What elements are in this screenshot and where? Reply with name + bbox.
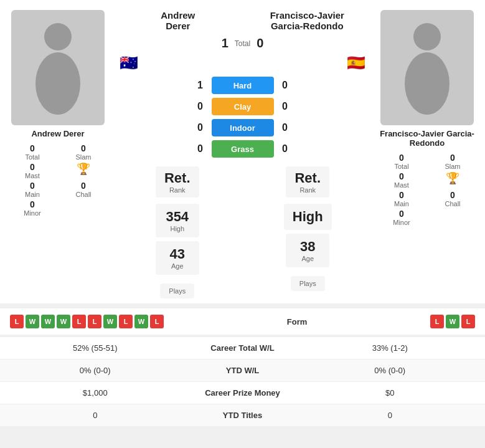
left-plays-box: Plays bbox=[160, 284, 194, 298]
stats-left-value: 0% (0-0) bbox=[10, 366, 181, 375]
svg-point-3 bbox=[405, 52, 450, 115]
right-minor: 0 Minor bbox=[379, 209, 424, 226]
stats-row: 52% (55-51)Career Total W/L33% (1-2) bbox=[0, 337, 485, 360]
stats-left-value: $1,000 bbox=[10, 388, 181, 398]
clay-row: 0 Clay 0 bbox=[113, 98, 372, 115]
left-name-center: Andrew Derer bbox=[113, 10, 243, 31]
right-chall: 0 Chall bbox=[430, 190, 475, 207]
right-rank-box: Ret. Rank bbox=[286, 166, 329, 198]
stats-right-value: $0 bbox=[305, 388, 476, 398]
flags-row: 🇦🇺 🇪🇸 bbox=[113, 54, 372, 72]
indoor-badge: Indoor bbox=[212, 119, 274, 136]
grass-badge: Grass bbox=[212, 140, 274, 158]
names-row: Andrew Derer Francisco-Javier Garcia-Red… bbox=[113, 10, 372, 31]
form-badge-left: L bbox=[88, 315, 101, 328]
right-player-avatar bbox=[380, 10, 474, 125]
left-high-box: 354 High bbox=[156, 204, 199, 237]
left-minor: 0 Minor bbox=[10, 199, 55, 217]
form-badge-left: W bbox=[26, 315, 39, 328]
stats-center-label: YTD W/L bbox=[181, 366, 305, 375]
stats-row: 0% (0-0)YTD W/L0% (0-0) bbox=[0, 360, 485, 382]
left-age-box: 43 Age bbox=[156, 241, 199, 275]
left-trophy-icon: 🏆 bbox=[61, 162, 106, 179]
form-badge-left: W bbox=[41, 315, 55, 328]
form-badge-left: L bbox=[150, 315, 164, 328]
top-section: Andrew Derer 0 Total 0 Slam 0 Mast 🏆 0 M… bbox=[0, 0, 485, 303]
right-player-stats: 0 Total 0 Slam 0 Mast 🏆 0 Main 0 Chall bbox=[374, 153, 480, 226]
right-player-card: Francisco-Javier Garcia-Redondo 0 Total … bbox=[374, 10, 480, 226]
stats-right-value: 0% (0-0) bbox=[305, 366, 476, 375]
svg-point-0 bbox=[44, 23, 72, 50]
form-badge-right: W bbox=[446, 315, 459, 328]
center-panel: Andrew Derer Francisco-Javier Garcia-Red… bbox=[113, 10, 372, 298]
form-badge-left: L bbox=[10, 315, 24, 328]
left-form-badges: LWWWLLWLWL bbox=[10, 315, 164, 328]
right-high-box: High bbox=[284, 204, 332, 230]
grass-row: 0 Grass 0 bbox=[113, 140, 372, 158]
left-player-avatar bbox=[11, 10, 105, 125]
form-badge-left: W bbox=[57, 315, 70, 328]
right-form-badges: LWL bbox=[430, 315, 475, 328]
hard-badge: Hard bbox=[212, 77, 274, 94]
form-badge-right: L bbox=[430, 315, 444, 328]
left-player-name: Andrew Derer bbox=[31, 129, 84, 138]
svg-point-2 bbox=[413, 23, 441, 50]
form-badge-left: L bbox=[72, 315, 86, 328]
form-badge-left: W bbox=[134, 315, 148, 328]
stats-right-value: 0 bbox=[305, 411, 476, 420]
right-plays-box: Plays bbox=[291, 276, 325, 291]
score-flag-row: 1 Total 0 bbox=[222, 36, 264, 50]
right-player-name: Francisco-Javier Garcia-Redondo bbox=[374, 129, 480, 148]
right-slam: 0 Slam bbox=[430, 153, 475, 170]
indoor-row: 0 Indoor 0 bbox=[113, 119, 372, 136]
stats-row: $1,000Career Prize Money$0 bbox=[0, 382, 485, 404]
right-mast: 0 Mast bbox=[379, 171, 424, 189]
surface-rows: 1 Hard 0 0 Clay 0 0 Indoor 0 0 Grass 0 bbox=[113, 77, 372, 158]
left-chall: 0 Chall bbox=[61, 181, 106, 198]
left-player-stats: 0 Total 0 Slam 0 Mast 🏆 0 Main 0 Chall bbox=[5, 143, 111, 217]
hard-row: 1 Hard 0 bbox=[113, 77, 372, 94]
stats-center-label: Career Total W/L bbox=[181, 343, 305, 353]
right-main: 0 Main bbox=[379, 190, 424, 207]
form-badge-right: L bbox=[461, 315, 475, 328]
right-name-center: Francisco-Javier Garcia-Redondo bbox=[243, 10, 372, 31]
left-rank-box: Ret. Rank bbox=[156, 166, 199, 198]
form-label: Form bbox=[287, 317, 308, 326]
left-total: 0 Total bbox=[10, 143, 55, 161]
form-section: LWWWLLWLWL Form LWL bbox=[0, 308, 485, 335]
left-slam: 0 Slam bbox=[61, 143, 106, 161]
clay-badge: Clay bbox=[212, 98, 274, 115]
stats-row: 0YTD Titles0 bbox=[0, 404, 485, 427]
right-age-box: 38 Age bbox=[286, 234, 329, 267]
form-badge-left: L bbox=[119, 315, 133, 328]
left-flag: 🇦🇺 bbox=[120, 54, 138, 72]
left-main: 0 Main bbox=[10, 181, 55, 198]
stats-table: 52% (55-51)Career Total W/L33% (1-2)0% (… bbox=[0, 337, 485, 427]
right-trophy-icon: 🏆 bbox=[430, 171, 475, 189]
stats-left-value: 52% (55-51) bbox=[10, 343, 181, 353]
stats-left-value: 0 bbox=[10, 411, 181, 420]
svg-point-1 bbox=[35, 52, 80, 115]
stats-center-label: YTD Titles bbox=[181, 411, 305, 420]
right-flag: 🇪🇸 bbox=[347, 54, 365, 72]
form-badge-left: W bbox=[103, 315, 117, 328]
stats-center-label: Career Prize Money bbox=[181, 388, 305, 398]
left-player-card: Andrew Derer 0 Total 0 Slam 0 Mast 🏆 0 M… bbox=[5, 10, 111, 217]
stats-right-value: 33% (1-2) bbox=[305, 343, 476, 353]
left-mast: 0 Mast bbox=[10, 162, 55, 179]
right-total: 0 Total bbox=[379, 153, 424, 170]
